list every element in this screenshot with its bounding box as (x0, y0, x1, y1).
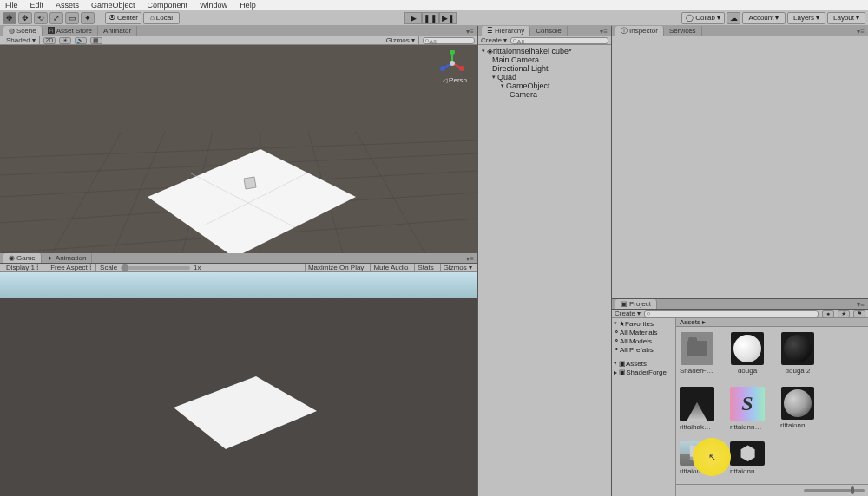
tab-console[interactable]: Console (530, 26, 567, 36)
hierarchy-tree[interactable]: ▾◈ rittaionnseihakei cube* Main Camera D… (478, 45, 611, 496)
fav-item[interactable]: ⚬ All Materials (612, 328, 675, 336)
tab-scene[interactable]: ◍Scene (3, 26, 43, 36)
menu-bar[interactable]: File Edit Assets GameObject Component Wi… (0, 0, 868, 10)
tab-options-icon[interactable]: ▾≡ (463, 28, 477, 36)
hierarchy-item[interactable]: ▾GameObject (478, 82, 611, 90)
thumbnail-size-slider[interactable] (804, 489, 865, 492)
asset-texture[interactable]: rittaihakei... (680, 387, 714, 429)
lighting-toggle[interactable]: ☀ (59, 37, 71, 44)
create-dropdown[interactable]: Create ▾ (481, 36, 507, 44)
tab-asset-store[interactable]: 🅰Asset Store (43, 26, 98, 36)
foldout-icon[interactable]: ▾ (482, 48, 487, 55)
menu-help[interactable]: Help (240, 1, 256, 10)
search-type-icon[interactable]: ★ (838, 310, 850, 317)
project-grid[interactable]: ShaderForge douga douga 2 rittaihakei...… (676, 327, 868, 484)
texture-icon (680, 387, 714, 421)
project-tree[interactable]: ▾★ Favorites ⚬ All Materials ⚬ All Model… (612, 318, 676, 496)
save-search-icon[interactable]: ⚑ (853, 310, 865, 317)
gizmos-toggle[interactable]: Gizmos ▾ (440, 264, 475, 271)
tab-animator[interactable]: Animator (98, 26, 137, 36)
tree-folder[interactable]: ▸ ▣ ShaderForge (612, 368, 675, 376)
tab-services[interactable]: Services (664, 26, 702, 36)
tab-options-icon[interactable]: ▾≡ (596, 28, 611, 36)
projection-label[interactable]: Persp (443, 76, 467, 84)
fav-item[interactable]: ⚬ All Models (612, 336, 675, 345)
gizmos-dropdown[interactable]: Gizmos ▾ (383, 36, 419, 44)
rect-tool[interactable]: ▭ (65, 12, 79, 24)
hand-tool[interactable]: ✥ (3, 12, 16, 24)
hierarchy-item[interactable]: Camera (478, 90, 611, 99)
create-dropdown[interactable]: Create ▾ (615, 310, 641, 317)
cloud-button[interactable]: ☁ (727, 12, 740, 24)
game-viewport[interactable] (0, 272, 477, 496)
game-icon: ◉ (9, 254, 15, 262)
menu-assets[interactable]: Assets (56, 1, 79, 10)
asset-shader[interactable]: Srittaionnsei... (730, 387, 765, 429)
shading-mode[interactable]: Shaded ▾ (3, 36, 40, 44)
hierarchy-root[interactable]: ▾◈ rittaionnseihakei cube* (478, 47, 611, 55)
asset-scene[interactable]: ⬢rittaionnsei... (730, 441, 765, 473)
scale-tool[interactable]: ⤢ (49, 12, 63, 24)
aspect-dropdown[interactable]: Free Aspect ⁞ (47, 264, 96, 271)
pivot-toggle[interactable]: ⦿ Center (105, 12, 141, 24)
menu-gameobject[interactable]: GameObject (91, 1, 135, 10)
hierarchy-item[interactable]: Directional Light (478, 64, 611, 73)
scene-toolbar: Shaded ▾ 2D ☀ 🔊 ▦ Gizmos ▾ ᴼAll (0, 36, 477, 45)
asset-material[interactable]: rittaionnsei... (780, 387, 815, 429)
menu-file[interactable]: File (5, 1, 18, 10)
hierarchy-search[interactable]: ᴼAll (510, 37, 608, 44)
search-filter-icon[interactable]: ● (822, 310, 834, 317)
mode-2d[interactable]: 2D (43, 37, 56, 44)
tab-options-icon[interactable]: ▾≡ (853, 28, 868, 36)
audio-toggle[interactable]: 🔊 (75, 37, 87, 44)
stats-toggle[interactable]: Stats (414, 264, 436, 271)
hierarchy-item[interactable]: ▾Quad (478, 73, 611, 82)
pause-button[interactable]: ❚❚ (422, 12, 439, 24)
account-button[interactable]: Account ▾ (742, 12, 786, 24)
asset-folder[interactable]: ShaderForge (680, 332, 714, 375)
step-button[interactable]: ▶❚ (439, 12, 457, 24)
tab-animation[interactable]: ⏵Animation (42, 253, 93, 263)
fx-toggle[interactable]: ▦ (90, 37, 102, 44)
tab-options-icon[interactable]: ▾≡ (463, 255, 477, 263)
rotate-tool[interactable]: ⟲ (34, 12, 48, 24)
collab-button[interactable]: ◯ Collab ▾ (681, 12, 725, 24)
scale-slider[interactable] (121, 266, 190, 270)
menu-window[interactable]: Window (200, 1, 227, 10)
layout-dropdown[interactable]: Layout ▾ (827, 12, 865, 24)
tab-inspector[interactable]: ⓘInspector (615, 26, 664, 36)
asset-material[interactable]: douga (730, 332, 765, 375)
scene-viewport[interactable]: Persp (0, 45, 477, 253)
play-controls: ▶ ❚❚ ▶❚ (404, 12, 457, 24)
material-icon (733, 335, 761, 362)
tab-hierarchy[interactable]: ≣Hierarchy (482, 26, 530, 36)
maximize-toggle[interactable]: Maximize On Play (305, 264, 366, 271)
svg-marker-15 (244, 177, 256, 189)
play-button[interactable]: ▶ (404, 12, 422, 24)
space-toggle[interactable]: ⌂ Local (143, 12, 180, 24)
svg-point-22 (450, 61, 455, 66)
svg-marker-23 (174, 376, 317, 449)
tab-game[interactable]: ◉Game (3, 253, 42, 263)
menu-edit[interactable]: Edit (30, 1, 44, 10)
folder-icon (687, 341, 707, 356)
move-tool[interactable]: ✥ (18, 12, 32, 24)
scene-tabs: ◍Scene 🅰Asset Store Animator ▾≡ (0, 26, 477, 36)
assets-root[interactable]: ▾▣ Assets (612, 359, 675, 368)
menu-component[interactable]: Component (148, 1, 188, 10)
transform-tool[interactable]: ✦ (81, 12, 95, 24)
display-dropdown[interactable]: Display 1 ⁞ (3, 264, 43, 271)
asset-material[interactable]: douga 2 (780, 332, 815, 375)
project-search[interactable]: ᴼ (644, 310, 819, 317)
project-breadcrumb[interactable]: Assets ▸ (676, 318, 868, 327)
mute-toggle[interactable]: Mute Audio (370, 264, 411, 271)
layers-dropdown[interactable]: Layers ▾ (787, 12, 825, 24)
favorites-root[interactable]: ▾★ Favorites (612, 319, 675, 328)
hierarchy-toolbar: Create ▾ ᴼAll (478, 36, 611, 45)
hierarchy-item[interactable]: Main Camera (478, 55, 611, 64)
fav-item[interactable]: ⚬ All Prefabs (612, 345, 675, 354)
tab-options-icon[interactable]: ▾≡ (853, 301, 868, 309)
tab-project[interactable]: ▣Project (615, 299, 657, 309)
orientation-gizmo[interactable] (439, 50, 465, 76)
scene-search[interactable]: ᴼAll (423, 37, 475, 44)
